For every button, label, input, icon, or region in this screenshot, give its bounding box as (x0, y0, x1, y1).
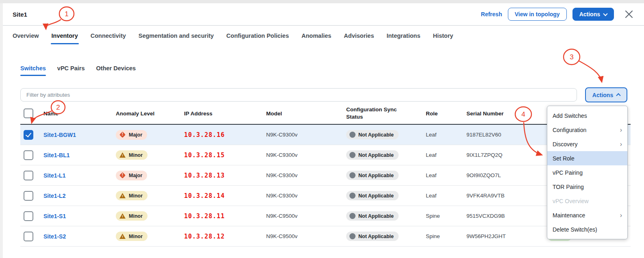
page-background-strip-left (0, 3, 3, 258)
anomaly-cell: Minor (116, 191, 184, 200)
table-header-row: NameAnomaly LevelIP AddressModelConfigur… (20, 103, 631, 125)
column-header-model[interactable]: Model (266, 111, 346, 117)
status-dot-icon (349, 193, 356, 199)
role-cell: Leaf (426, 172, 466, 178)
serial-cell: 9VFK4RA9VTB (466, 193, 540, 199)
anomaly-cell: Major (116, 171, 184, 180)
status-dot-icon (349, 233, 356, 239)
serial-cell: 9OI9I0ZQO7L (466, 172, 540, 178)
tab-anomalies[interactable]: Anomalies (301, 27, 331, 45)
role-cell: Leaf (426, 193, 466, 199)
menu-item-tor-pairing[interactable]: TOR Pairing (547, 180, 627, 194)
serial-cell: 9W56PH2JGHT (466, 233, 540, 239)
menu-item-add-switches[interactable]: Add Switches (547, 108, 627, 123)
role-cell: Spine (426, 233, 466, 239)
row-checkbox[interactable] (24, 150, 33, 160)
serial-cell: 9IX1L7ZPQ2Q (466, 152, 540, 158)
sync-status-badge: Not Applicable (346, 171, 399, 180)
menu-item-delete-switch-es[interactable]: Delete Switch(es) (547, 222, 627, 236)
sync-status-cell: Not Applicable (346, 130, 426, 139)
menu-item-vpc-overview: vPC Overview (547, 194, 627, 208)
menu-item-vpc-pairing[interactable]: vPC Pairing (547, 165, 627, 180)
switch-name-link[interactable]: Site1-S2 (43, 233, 66, 240)
model-cell: N9K-C9300v (266, 172, 346, 178)
serial-cell: 9515VCXDG9B (466, 213, 540, 219)
anomaly-level-badge: Major (116, 130, 147, 140)
tab-integrations[interactable]: Integrations (386, 27, 420, 45)
table-row-site1-s1: Site1-S1Minor10.3.28.11N9K-C9500vNot App… (20, 206, 631, 226)
ip-address-value: 10.3.28.12 (184, 233, 225, 240)
column-header-serial-number[interactable]: Serial Number (466, 111, 540, 117)
column-header-name[interactable]: Name (43, 111, 116, 117)
panel-header: Site1 Refresh View in topology Actions (3, 3, 644, 26)
model-cell: N9K-C9300v (266, 152, 346, 158)
ip-address-value: 10.3.28.11 (184, 212, 225, 220)
column-header-ip-address[interactable]: IP Address (184, 111, 266, 117)
site-details-panel: Site1 Refresh View in topology Actions O… (0, 0, 644, 258)
ip-address-value: 10.3.28.14 (184, 192, 225, 199)
sync-status-badge: Not Applicable (346, 211, 399, 221)
table-row-site1-bl1: Site1-BL1Minor10.3.28.15N9K-C9300vNot Ap… (20, 145, 631, 165)
ip-cell: 10.3.28.13 (184, 172, 266, 179)
close-icon[interactable] (624, 9, 634, 20)
row-checkbox-cell (20, 232, 43, 241)
sync-status-badge: Not Applicable (346, 191, 399, 200)
column-header-role[interactable]: Role (426, 111, 466, 117)
row-checkbox[interactable] (24, 171, 33, 180)
minor-anomaly-icon (119, 213, 126, 219)
tab-history[interactable]: History (433, 27, 453, 45)
anomaly-level-badge: Minor (116, 191, 147, 200)
column-header-anomaly-level[interactable]: Anomaly Level (116, 111, 184, 117)
anomaly-level-badge: Minor (116, 232, 147, 241)
tab-configuration-policies[interactable]: Configuration Policies (226, 27, 289, 45)
row-checkbox-cell (20, 130, 43, 140)
subtab-vpc-pairs[interactable]: vPC Pairs (57, 65, 85, 76)
view-in-topology-button[interactable]: View in topology (508, 8, 567, 21)
tab-segmentation-and-security[interactable]: Segmentation and security (139, 27, 214, 45)
row-checkbox-cell (20, 211, 43, 221)
chevron-up-icon (616, 93, 621, 98)
refresh-link[interactable]: Refresh (481, 11, 502, 17)
model-cell: N9K-C9500v (266, 233, 346, 239)
tab-overview[interactable]: Overview (13, 27, 39, 45)
switch-name-link[interactable]: Site1-S1 (43, 213, 66, 219)
name-cell: Site1-BL1 (43, 152, 116, 158)
sync-status-cell: Not Applicable (346, 211, 426, 221)
anomaly-level-badge: Minor (116, 211, 147, 221)
table-row-site1-l1: Site1-L1Major10.3.28.13N9K-C9300vNot App… (20, 165, 631, 186)
switch-name-link[interactable]: Site1-BGW1 (43, 132, 76, 138)
menu-item-set-role[interactable]: Set Role (547, 151, 627, 165)
anomaly-cell: Minor (116, 150, 184, 160)
role-cell: Leaf (426, 132, 466, 138)
sync-status-cell: Not Applicable (346, 232, 426, 241)
subtab-other-devices[interactable]: Other Devices (96, 65, 136, 76)
ip-address-value: 10.3.28.15 (184, 152, 225, 159)
switch-name-link[interactable]: Site1-L1 (43, 172, 65, 179)
switch-name-link[interactable]: Site1-BL1 (43, 152, 70, 158)
actions-dropdown-menu: Add SwitchesConfiguration›Discovery›Set … (547, 106, 628, 239)
menu-item-configuration[interactable]: Configuration› (547, 123, 627, 137)
row-checkbox-cell (20, 191, 43, 201)
select-all-checkbox[interactable] (24, 108, 33, 118)
switch-name-link[interactable]: Site1-L2 (43, 193, 65, 199)
row-checkbox[interactable] (24, 232, 33, 241)
filter-input[interactable] (20, 88, 577, 102)
menu-item-discovery[interactable]: Discovery› (547, 137, 627, 151)
column-header-configuration-sync-status[interactable]: Configuration Sync Status (346, 106, 407, 121)
menu-item-maintenance[interactable]: Maintenance› (547, 208, 627, 222)
callout-3: 3 (564, 49, 602, 82)
submenu-chevron-icon: › (620, 212, 622, 219)
table-actions-button[interactable]: Actions (585, 87, 627, 102)
sync-status-cell: Not Applicable (346, 191, 426, 200)
row-checkbox[interactable] (24, 211, 33, 221)
tab-advisories[interactable]: Advisories (344, 27, 374, 45)
row-checkbox[interactable] (24, 130, 33, 140)
sync-status-badge: Not Applicable (346, 130, 399, 139)
header-actions-button[interactable]: Actions (572, 8, 614, 21)
row-checkbox[interactable] (24, 191, 33, 201)
tab-connectivity[interactable]: Connectivity (91, 27, 126, 45)
tab-inventory[interactable]: Inventory (52, 27, 78, 45)
model-cell: N9K-C9300v (266, 193, 346, 199)
row-checkbox-cell (20, 171, 43, 180)
subtab-switches[interactable]: Switches (20, 65, 46, 76)
